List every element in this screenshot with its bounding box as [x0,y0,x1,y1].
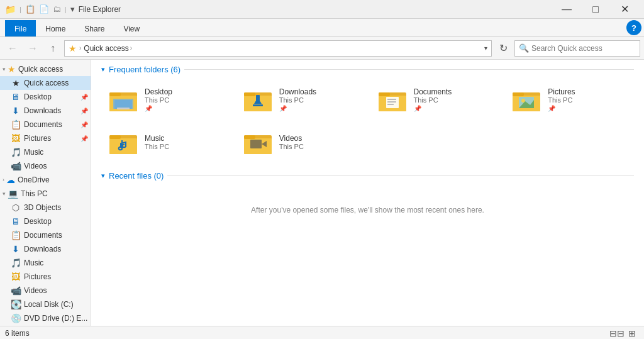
sidebar-quickaccess-header[interactable]: ▾ ★ Quick access [0,62,91,76]
refresh-button[interactable]: ↻ [494,40,512,57]
quickaccess-icon: ★ [10,78,21,88]
address-dropdown-arrow[interactable]: ▾ [484,45,487,52]
downloads-folder-thumb [243,86,273,113]
address-quickaccess: Quick access [84,44,128,53]
pin-icon-3: 📌 [80,121,88,128]
svg-rect-21 [513,92,524,96]
sidebar-dvddrive-label: DVD Drive (D:) E... [24,314,88,323]
sidebar-desktop-pc-label: Desktop [24,217,88,226]
expand-icon-2: › [3,177,4,183]
folder-item-pictures[interactable]: Pictures This PC 📌 [504,81,634,118]
star-icon: ★ [69,43,77,53]
address-segments: Quick access › [84,44,479,53]
pictures-folder-sub: This PC [548,96,575,104]
tab-share[interactable]: Share [75,20,114,36]
svg-rect-27 [109,135,121,139]
sidebar-item-quickaccess[interactable]: ★ Quick access [0,76,91,90]
folder-item-documents[interactable]: Documents This PC 📌 [370,81,500,118]
maximize-button[interactable]: □ [581,0,610,19]
forward-button[interactable]: → [24,40,42,57]
sidebar-music-label: Music [24,148,88,157]
folder-item-desktop[interactable]: Desktop This PC 📌 [101,81,231,118]
documents-folder-name: Documents [414,87,452,96]
sidebar-item-documents[interactable]: 📋 Documents 📌 [0,118,91,131]
address-bar[interactable]: ★ › Quick access › ▾ [64,40,492,57]
sidebar-item-documents-pc[interactable]: 📋 Documents [0,228,91,242]
sidebar-item-pictures-pc[interactable]: 🖼 Pictures [0,270,91,284]
up-button[interactable]: ↑ [44,40,62,57]
sidebar-item-downloads-pc[interactable]: ⬇ Downloads [0,242,91,256]
help-button[interactable]: ? [626,20,641,35]
folder-item-music[interactable]: Music This PC [101,123,231,161]
sidebar-item-pictures[interactable]: 🖼 Pictures 📌 [0,131,91,145]
sidebar-localdisk-label: Local Disk (C:) [24,300,88,309]
pictures-folder-icon: 🖼 [10,133,21,143]
sidebar: ▾ ★ Quick access ★ Quick access 🖥 Deskto… [0,60,91,326]
sidebar-pictures-label: Pictures [24,134,79,143]
content-area: ▾ Frequent folders (6) [91,60,644,326]
svg-rect-5 [117,108,130,109]
videos-folder-svg [243,129,273,155]
pictures-pc-icon: 🖼 [10,272,21,282]
pin-icon-2: 📌 [80,108,88,114]
search-input[interactable] [531,44,636,53]
back-button[interactable]: ← [4,40,21,57]
dvddrive-icon: 💿 [10,313,21,323]
sidebar-item-videos-pc[interactable]: 📹 Videos [0,284,91,297]
list-view-button[interactable]: ⊟⊟ [610,326,624,340]
sidebar-pictures-pc-label: Pictures [24,272,88,281]
svg-rect-8 [244,92,255,96]
chevron-icon: › [79,45,81,52]
sidebar-item-music[interactable]: 🎵 Music [0,145,91,159]
music-folder-sub: This PC [145,143,169,150]
sidebar-thispc-header[interactable]: ▾ 💻 This PC [0,187,91,201]
sidebar-item-3dobjects[interactable]: ⬡ 3D Objects [0,201,91,214]
sidebar-item-localdisk[interactable]: 💽 Local Disk (C:) [0,297,91,311]
desktop-folder-icon: 🖥 [10,92,21,102]
documents-folder-sub: This PC [414,96,452,104]
videos-folder-thumb [243,129,273,155]
sidebar-videos-pc-label: Videos [24,286,88,295]
sidebar-onedrive-header[interactable]: › ☁ OneDrive [0,173,91,187]
onedrive-label: OneDrive [18,175,50,184]
pictures-folder-svg [511,86,541,113]
sidebar-music-pc-label: Music [24,258,88,267]
svg-rect-4 [113,99,133,109]
search-box[interactable]: 🔍 [514,40,640,57]
tab-view[interactable]: View [114,20,149,36]
expand-icon-3: ▾ [3,191,6,197]
close-button[interactable]: ✕ [610,0,639,19]
sidebar-item-downloads[interactable]: ⬇ Downloads 📌 [0,104,91,118]
sidebar-item-desktop[interactable]: 🖥 Desktop 📌 [0,90,91,104]
sidebar-item-desktop-pc[interactable]: 🖥 Desktop [0,214,91,228]
sidebar-item-dvddrive[interactable]: 💿 DVD Drive (D:) E... [0,311,91,325]
recent-files-header[interactable]: ▾ Recent files (0) [101,171,634,181]
sidebar-3dobjects-label: 3D Objects [24,203,88,212]
tab-file[interactable]: File [5,20,36,36]
onedrive-icon: ☁ [6,175,15,185]
videos-folder-info: Videos This PC [279,134,304,150]
item-count: 6 items [5,329,30,338]
sidebar-item-videos[interactable]: 📹 Videos [0,159,91,173]
desktop-folder-info: Desktop This PC 📌 [145,87,172,112]
desktop-folder-pin: 📌 [145,105,172,112]
music-folder-info: Music This PC [145,134,169,150]
frequent-folders-header[interactable]: ▾ Frequent folders (6) [101,65,634,74]
svg-rect-30 [244,135,255,139]
downloads-folder-icon: ⬇ [10,106,21,116]
title-text: File Explorer [79,5,121,14]
section-chevron: ▾ [101,65,105,74]
sidebar-item-music-pc[interactable]: 🎵 Music [0,256,91,270]
downloads-folder-svg [243,86,273,113]
tab-home[interactable]: Home [36,20,75,36]
grid-view-button[interactable]: ⊞ [625,326,639,340]
sidebar-videos-label: Videos [24,162,88,170]
minimize-button[interactable]: — [552,0,581,19]
folder-item-videos[interactable]: Videos This PC [236,123,365,161]
documents-folder-info: Documents This PC 📌 [414,87,452,112]
folder-item-downloads[interactable]: Downloads This PC 📌 [236,81,365,118]
documents-folder-pin: 📌 [414,105,452,112]
desktop-folder-sub: This PC [145,96,172,104]
status-bar: 6 items ⊟⊟ ⊞ [0,326,644,339]
svg-rect-26 [109,138,137,154]
